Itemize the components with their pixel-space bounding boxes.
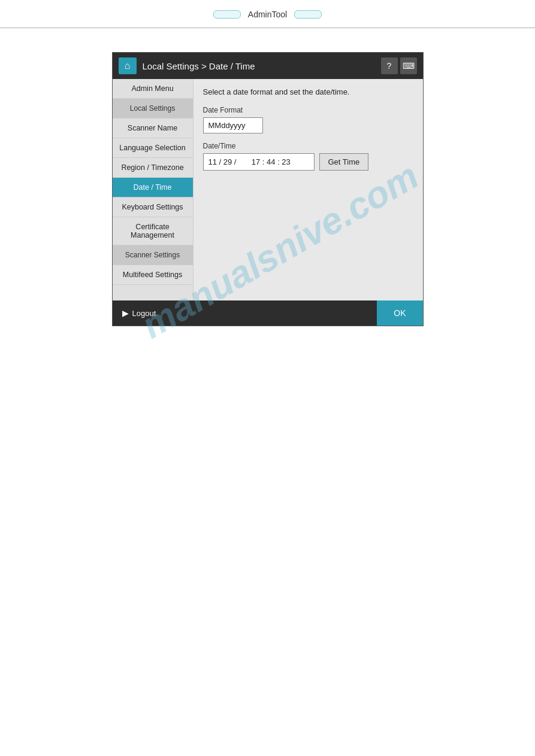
datetime-row: Date/Time Get Time <box>203 142 413 171</box>
get-time-button[interactable]: Get Time <box>319 153 369 171</box>
top-tab-right[interactable] <box>294 10 322 19</box>
sidebar-item-language-selection[interactable]: Language Selection <box>113 138 193 158</box>
logout-label: Logout <box>132 309 156 318</box>
content-description: Select a date format and set the date/ti… <box>203 87 413 96</box>
sidebar-item-date-time[interactable]: Date / Time <box>113 178 193 198</box>
keyboard-button[interactable]: ⌨ <box>400 57 417 74</box>
sidebar-item-region-timezone[interactable]: Region / Timezone <box>113 158 193 178</box>
sidebar-item-keyboard-settings[interactable]: Keyboard Settings <box>113 198 193 217</box>
date-format-select[interactable]: MMddyyyy ddMMyyyy yyyyMMdd <box>203 117 263 133</box>
datetime-label: Date/Time <box>203 142 413 150</box>
sidebar-item-scanner-settings[interactable]: Scanner Settings <box>113 245 193 265</box>
datetime-input-row: Get Time <box>203 153 413 171</box>
logout-icon: ▶ <box>122 308 129 318</box>
date-format-select-container: MMddyyyy ddMMyyyy yyyyMMdd <box>203 117 413 133</box>
sidebar-item-admin-menu[interactable]: Admin Menu <box>113 79 193 99</box>
content-area: Select a date format and set the date/ti… <box>194 79 423 300</box>
logout-button[interactable]: ▶ Logout <box>113 300 166 326</box>
ok-button[interactable]: OK <box>377 300 422 326</box>
sidebar: Admin Menu Local Settings Scanner Name L… <box>113 79 194 300</box>
help-button[interactable]: ? <box>381 57 398 74</box>
sidebar-item-multifeed-settings[interactable]: Multifeed Settings <box>113 265 193 285</box>
top-bar: AdminTool <box>0 0 535 28</box>
date-format-row: Date Format MMddyyyy ddMMyyyy yyyyMMdd <box>203 106 413 133</box>
sidebar-item-scanner-name[interactable]: Scanner Name <box>113 119 193 138</box>
date-format-label: Date Format <box>203 106 413 114</box>
scanner-panel: ⌂ Local Settings > Date / Time ? ⌨ Admin… <box>112 52 424 326</box>
page-title: Local Settings > Date / Time <box>143 61 375 71</box>
datetime-input[interactable] <box>203 153 315 171</box>
panel-body: Admin Menu Local Settings Scanner Name L… <box>113 79 423 300</box>
title-bar: ⌂ Local Settings > Date / Time ? ⌨ <box>113 53 423 79</box>
sidebar-item-certificate-management[interactable]: Certificate Management <box>113 217 193 245</box>
main-content: ⌂ Local Settings > Date / Time ? ⌨ Admin… <box>0 28 535 326</box>
home-icon[interactable]: ⌂ <box>119 57 137 74</box>
top-tab-center: AdminTool <box>241 6 294 23</box>
title-icons: ? ⌨ <box>381 57 417 74</box>
top-tab-left[interactable] <box>213 10 241 19</box>
sidebar-item-local-settings[interactable]: Local Settings <box>113 99 193 119</box>
footer-bar: ▶ Logout OK <box>113 300 423 326</box>
